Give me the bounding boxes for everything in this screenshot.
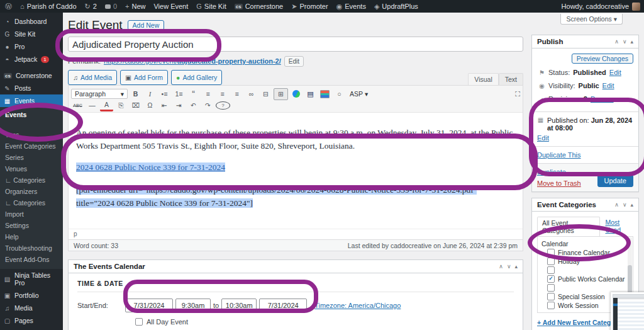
horizontal-rule-button[interactable]: — [86,100,99,111]
category-item-holiday[interactable]: Holiday [547,257,629,266]
submenu-item-organizer-categories[interactable]: ∟ Categories [0,197,63,208]
category-item-hidden-2[interactable] [547,283,629,292]
move-up-icon[interactable]: ∧ [614,202,619,208]
promoter-menu[interactable]: ➤Promoter [291,3,328,11]
sidebar-item-posts[interactable]: ✎Posts [0,82,63,94]
sidebar-item-portfolio[interactable]: ▣Portfolio [0,289,63,302]
add-gallery-button[interactable]: ●Add Gallery [171,70,222,85]
link-button[interactable]: ∞ [245,89,258,100]
submenu-item-help[interactable]: Help [0,231,63,242]
redo-button[interactable]: ↷ [201,100,214,111]
browse-revisions-link[interactable]: Browse [591,95,614,103]
submenu-item-events[interactable]: Events [0,109,63,120]
align-right-button[interactable]: ≡ [230,89,243,100]
wordpress-logo-icon[interactable]: Ⓦ [5,2,12,11]
add-new-event-category-link[interactable]: + Add New Event Category [537,319,621,326]
avatar[interactable] [632,3,640,11]
element-path[interactable]: p [69,229,523,239]
paragraph-format-select[interactable]: Paragraph▾ [71,89,128,99]
toggle-panel-icon[interactable]: ▴ [630,38,633,45]
new-menu[interactable]: +New [125,3,145,10]
submenu-item-troubleshooting[interactable]: Troubleshooting [0,242,63,254]
cornerstone-menu[interactable]: csCornerstone [235,3,283,10]
checkbox[interactable] [547,302,555,309]
event-title-input[interactable] [68,37,523,52]
howdy-account-menu[interactable]: Howdy, caddocreative [562,3,629,10]
updates-menu[interactable]: ↻2 [85,3,97,11]
add-new-button[interactable]: Add New [128,20,165,30]
move-down-icon[interactable]: ∨ [507,263,511,270]
permalink-edit-button[interactable]: Edit [284,56,304,67]
tab-all-event-categories[interactable]: All Event Categories [537,217,600,237]
asp-dropdown[interactable]: ASP▾ [350,90,368,98]
move-up-icon[interactable]: ∧ [499,263,503,270]
align-left-button[interactable]: ≡ [201,89,214,100]
submenu-item-series[interactable]: Series [0,152,63,163]
italic-button[interactable]: I [143,89,157,100]
checkbox[interactable] [547,284,555,292]
help-button[interactable]: ? [216,101,230,110]
comments-menu[interactable]: 0 [105,3,117,10]
floating-preview-thumbnail[interactable] [611,292,644,330]
toolbar-toggle-button[interactable]: ⊞ [274,88,288,100]
sidebar-item-events[interactable]: ▦Events [0,94,63,107]
submenu-item-import[interactable]: Import [0,208,63,220]
special-character-button[interactable]: Ω [143,100,157,111]
visual-tab[interactable]: Visual [468,73,498,85]
sidebar-item-site-kit[interactable]: GSite Kit [0,28,63,40]
sidebar-item-comments[interactable]: Comments [0,327,63,330]
submenu-item-event-categories[interactable]: Event Categories [0,140,63,152]
all-day-checkbox[interactable] [135,318,143,326]
clear-formatting-button[interactable]: ⌧ [129,100,142,111]
end-date-input[interactable] [259,299,307,312]
undo-button[interactable]: ↶ [187,100,200,111]
bulleted-list-button[interactable]: •≡ [158,89,171,100]
end-time-input[interactable] [221,299,257,312]
checkbox[interactable] [547,258,555,265]
edit-published-date-link[interactable]: Edit [537,134,549,142]
updraftplus-menu[interactable]: ◈UpdraftPlus [374,3,418,11]
blockquote-button[interactable]: “ [187,89,200,100]
checkbox[interactable] [547,266,555,274]
checkbox-checked[interactable] [547,275,555,283]
timezone-link[interactable]: Timezone: America/Chicago [314,302,401,309]
edit-visibility-link[interactable]: Edit [602,82,614,89]
site-kit-menu[interactable]: GSite Kit [196,3,226,10]
toggle-panel-icon[interactable]: ▴ [514,263,518,270]
layers-icon[interactable]: ▤ [304,89,317,100]
read-more-button[interactable]: ⊟ [259,89,272,100]
submenu-item-venues[interactable]: Venues [0,163,63,174]
submenu-item-venue-categories[interactable]: ∟ Categories [0,174,63,186]
submenu-item-tags[interactable]: Tags [0,129,63,140]
update-button[interactable]: Update [597,174,633,187]
increase-indent-button[interactable]: ⇥ [172,100,186,111]
tablepress-icon[interactable] [318,89,331,100]
move-to-trash-link[interactable]: Move to Trash [537,179,581,187]
text-tab[interactable]: Text [499,73,523,85]
sidebar-item-ninja-tables[interactable]: ▤Ninja Tables Pro [0,269,63,289]
duplicate-link[interactable]: Duplicate [537,168,581,176]
duplicate-this-link[interactable]: Duplicate This [537,151,581,159]
sidebar-item-pages[interactable]: ▢Pages [0,314,63,327]
edit-status-link[interactable]: Edit [609,69,621,76]
view-event-link[interactable]: View Event [153,3,188,10]
submenu-item-organizers[interactable]: Organizers [0,186,63,197]
numbered-list-button[interactable]: 1≡ [172,89,186,100]
sidebar-item-cornerstone[interactable]: csCornerstone [0,69,63,82]
strikethrough-button[interactable]: ABC [71,100,84,111]
submenu-item-event-add-ons[interactable]: Event Add-Ons [0,254,63,265]
screen-options-button[interactable]: Screen Options ▾ [560,14,623,25]
forminator-icon[interactable] [289,89,303,100]
sidebar-item-pro[interactable]: ●Pro [0,40,63,53]
sidebar-item-media[interactable]: ♫Media [0,302,63,314]
tab-most-used[interactable]: Most Used [605,219,633,236]
toggle-panel-icon[interactable]: ▴ [630,202,633,208]
fullscreen-icon[interactable]: ⛶ [515,90,520,98]
editor-content-area[interactable]: An opening of sealed bids for the purcha… [69,113,523,229]
move-up-icon[interactable]: ∧ [614,38,619,45]
site-name-menu[interactable]: ⌂Parish of Caddo [20,3,77,10]
category-item-hidden-1[interactable] [547,266,629,275]
events-menu[interactable]: ◉Events [336,3,366,11]
checkbox[interactable] [547,293,555,300]
submenu-item-settings[interactable]: Settings [0,220,63,231]
